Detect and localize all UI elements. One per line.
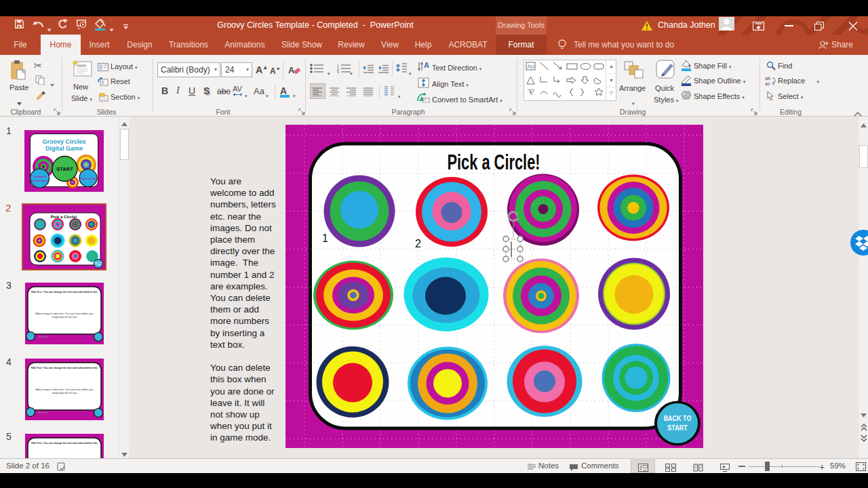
svg-text:AV: AV [233,85,243,93]
svg-text:Edit Text • You can change the: Edit Text • You can change the font and … [31,442,98,445]
svg-text:ac: ac [765,81,770,85]
svg-text:image/video file that was: image/video file that was [52,392,77,394]
svg-text:A: A [424,61,429,69]
svg-text:Edit Text • You can change the: Edit Text • You can change the font and … [31,367,98,369]
svg-text:A: A [288,65,295,75]
svg-text:START: START [96,264,102,266]
svg-text:ab: ab [765,76,770,81]
svg-text:Credits &: Credits & [33,175,46,178]
svg-text:Terms of Use: Terms of Use [79,177,98,180]
svg-text:image/video file that was: image/video file that was [52,316,77,319]
svg-text:2: 2 [415,238,421,249]
svg-text:Edit Text • You can change the: Edit Text • You can change the font and … [31,291,98,293]
svg-text:BACK TO: BACK TO [664,414,692,422]
svg-text:3: 3 [337,70,339,73]
svg-text:Instructions: Instructions [32,179,49,182]
svg-text:[Edit Slide]: [Edit Slide] [39,411,49,414]
svg-text:Add an image or video here. On: Add an image or video here. Once you hav… [35,312,94,315]
svg-text:Pick a Circle!: Pick a Circle! [447,150,540,174]
svg-text:Pick a Circle!: Pick a Circle! [51,214,77,219]
svg-text:START: START [56,166,73,172]
svg-text:Add an image or video here. On: Add an image or video here. Once you hav… [35,388,94,391]
svg-text:A: A [528,63,532,70]
svg-text:[Edit Slide]: [Edit Slide] [39,336,49,338]
svg-text:1: 1 [322,232,328,244]
svg-text:START: START [667,424,688,432]
